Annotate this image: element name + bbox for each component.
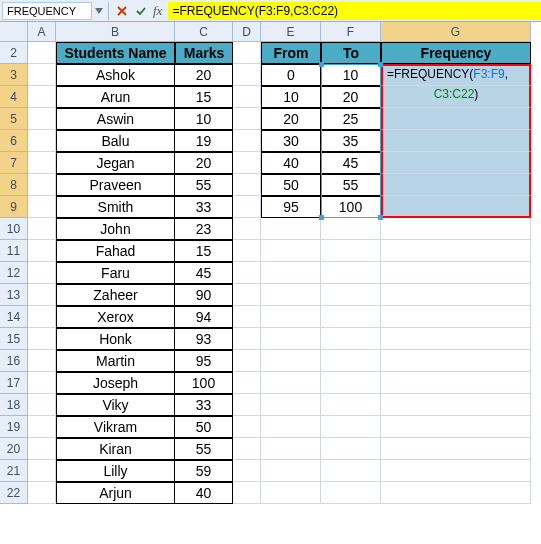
row-header[interactable]: 3 bbox=[0, 64, 28, 86]
cell[interactable]: 20 bbox=[321, 86, 381, 108]
row-header[interactable]: 4 bbox=[0, 86, 28, 108]
cell[interactable]: Fahad bbox=[56, 240, 175, 262]
cell[interactable] bbox=[261, 350, 321, 372]
cell[interactable]: Martin bbox=[56, 350, 175, 372]
cell[interactable] bbox=[381, 174, 531, 196]
cell[interactable]: 95 bbox=[175, 350, 233, 372]
row-header[interactable]: 11 bbox=[0, 240, 28, 262]
cell[interactable] bbox=[321, 460, 381, 482]
row-header[interactable]: 10 bbox=[0, 218, 28, 240]
cell[interactable] bbox=[381, 438, 531, 460]
row-header[interactable]: 14 bbox=[0, 306, 28, 328]
cell[interactable] bbox=[233, 328, 261, 350]
row-header[interactable]: 19 bbox=[0, 416, 28, 438]
cancel-icon[interactable] bbox=[113, 2, 131, 20]
cell[interactable] bbox=[381, 372, 531, 394]
cell[interactable] bbox=[261, 218, 321, 240]
cell[interactable] bbox=[381, 262, 531, 284]
cell[interactable] bbox=[233, 108, 261, 130]
formula-bar-input[interactable] bbox=[168, 2, 541, 20]
cell[interactable] bbox=[321, 240, 381, 262]
cell[interactable]: 19 bbox=[175, 130, 233, 152]
cell[interactable] bbox=[233, 174, 261, 196]
row-header[interactable]: 2 bbox=[0, 42, 28, 64]
cell[interactable]: 40 bbox=[175, 482, 233, 504]
cell[interactable] bbox=[261, 284, 321, 306]
namebox-dropdown[interactable] bbox=[92, 2, 106, 20]
cell[interactable] bbox=[381, 130, 531, 152]
cell[interactable]: Faru bbox=[56, 262, 175, 284]
cell[interactable]: 94 bbox=[175, 306, 233, 328]
cell[interactable]: 93 bbox=[175, 328, 233, 350]
cell[interactable]: 90 bbox=[175, 284, 233, 306]
cell[interactable]: 55 bbox=[175, 438, 233, 460]
cell[interactable] bbox=[233, 130, 261, 152]
col-header-E[interactable]: E bbox=[261, 22, 321, 42]
cell[interactable]: 59 bbox=[175, 460, 233, 482]
cell[interactable] bbox=[233, 262, 261, 284]
col-header-G[interactable]: G bbox=[381, 22, 531, 42]
cell[interactable]: 10 bbox=[261, 86, 321, 108]
cell[interactable]: Xerox bbox=[56, 306, 175, 328]
cell[interactable]: 20 bbox=[261, 108, 321, 130]
cell[interactable] bbox=[321, 218, 381, 240]
cell[interactable] bbox=[28, 372, 56, 394]
cell[interactable] bbox=[381, 218, 531, 240]
row-header[interactable]: 12 bbox=[0, 262, 28, 284]
cell[interactable] bbox=[28, 240, 56, 262]
cell[interactable]: 30 bbox=[261, 130, 321, 152]
cell[interactable] bbox=[233, 240, 261, 262]
cell[interactable]: 10 bbox=[321, 64, 381, 86]
cell[interactable] bbox=[261, 262, 321, 284]
cell[interactable] bbox=[381, 152, 531, 174]
header-from[interactable]: From bbox=[261, 42, 321, 64]
cell[interactable]: Viky bbox=[56, 394, 175, 416]
select-all-corner[interactable] bbox=[0, 22, 28, 42]
cell[interactable]: Vikram bbox=[56, 416, 175, 438]
cell[interactable] bbox=[28, 438, 56, 460]
cell[interactable] bbox=[321, 262, 381, 284]
cell[interactable] bbox=[28, 152, 56, 174]
header-frequency[interactable]: Frequency bbox=[381, 42, 531, 64]
row-header[interactable]: 15 bbox=[0, 328, 28, 350]
col-header-C[interactable]: C bbox=[175, 22, 233, 42]
header-students[interactable]: Students Name bbox=[56, 42, 175, 64]
col-header-B[interactable]: B bbox=[56, 22, 175, 42]
cell[interactable] bbox=[261, 482, 321, 504]
header-marks[interactable]: Marks bbox=[175, 42, 233, 64]
cell[interactable] bbox=[28, 460, 56, 482]
cell[interactable]: 0 bbox=[261, 64, 321, 86]
cell[interactable] bbox=[233, 416, 261, 438]
cell[interactable] bbox=[28, 218, 56, 240]
cell[interactable] bbox=[261, 438, 321, 460]
cell[interactable]: 25 bbox=[321, 108, 381, 130]
cell[interactable] bbox=[233, 218, 261, 240]
cell[interactable]: 100 bbox=[175, 372, 233, 394]
col-header-A[interactable]: A bbox=[28, 22, 56, 42]
cell[interactable]: Smith bbox=[56, 196, 175, 218]
cell[interactable] bbox=[233, 196, 261, 218]
cell[interactable] bbox=[321, 394, 381, 416]
cell[interactable] bbox=[233, 86, 261, 108]
row-header[interactable]: 18 bbox=[0, 394, 28, 416]
row-header[interactable]: 8 bbox=[0, 174, 28, 196]
cell[interactable] bbox=[381, 350, 531, 372]
cell[interactable] bbox=[261, 306, 321, 328]
cell[interactable] bbox=[28, 196, 56, 218]
cell[interactable] bbox=[28, 86, 56, 108]
row-header[interactable]: 16 bbox=[0, 350, 28, 372]
cell[interactable]: Jegan bbox=[56, 152, 175, 174]
cell[interactable]: 100 bbox=[321, 196, 381, 218]
cell[interactable] bbox=[381, 108, 531, 130]
cell[interactable] bbox=[381, 394, 531, 416]
cell[interactable] bbox=[321, 350, 381, 372]
cell[interactable] bbox=[381, 460, 531, 482]
cell[interactable]: Zaheer bbox=[56, 284, 175, 306]
fx-icon[interactable]: fx bbox=[151, 3, 164, 19]
cell[interactable]: Arun bbox=[56, 86, 175, 108]
cell[interactable] bbox=[261, 460, 321, 482]
cell[interactable]: 50 bbox=[175, 416, 233, 438]
cell[interactable]: Arjun bbox=[56, 482, 175, 504]
cell[interactable] bbox=[381, 240, 531, 262]
cell[interactable] bbox=[28, 416, 56, 438]
